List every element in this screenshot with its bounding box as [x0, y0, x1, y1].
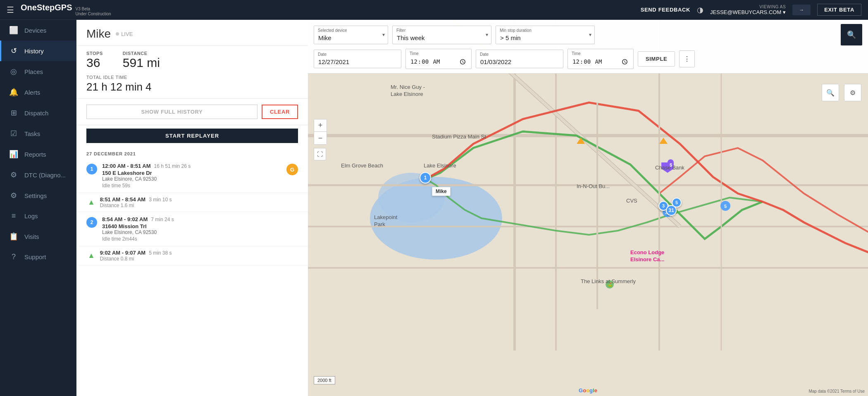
min-stop-group: Min stop duration > 5 min ▾: [496, 26, 595, 44]
sidebar-label-tasks: Tasks: [24, 130, 40, 137]
map-label-in-n-out: In-N-Out Bu...: [577, 183, 610, 189]
clear-button[interactable]: CLEAR: [262, 105, 298, 119]
map-label-elm-grove: Elm Grove Beach: [341, 162, 383, 169]
stop-idle: Idle time 59s: [102, 183, 281, 188]
stop-idle: Idle time 2m44s: [102, 236, 298, 242]
map-label-chase: Chase Bank: [655, 165, 684, 171]
sidebar-item-alerts[interactable]: 🔔 Alerts: [0, 82, 76, 103]
stop-number: 1: [86, 164, 97, 174]
date-to-input[interactable]: [476, 50, 563, 68]
stops-stat: STOPS 36: [86, 51, 103, 70]
drive-content: 8:51 AM - 8:54 AM 3 min 10 s Distance 1.…: [100, 196, 298, 208]
filter-select[interactable]: This week: [392, 26, 491, 44]
sidebar-item-visits[interactable]: 📋 Visits: [0, 226, 76, 247]
drive-duration: 3 min 10 s: [149, 197, 172, 203]
list-item[interactable]: ▲ 8:51 AM - 8:54 AM 3 min 10 s Distance …: [76, 193, 308, 212]
sidebar-item-reports[interactable]: 📊 Reports: [0, 144, 76, 165]
map-label-econo: Econo LodgeElsinore Ca...: [630, 249, 664, 263]
date-to-label: Date: [480, 52, 489, 57]
sidebar-label-places: Places: [24, 68, 43, 75]
more-options-button[interactable]: ⋮: [679, 50, 695, 67]
drive-time: 8:51 AM - 8:54 AM: [100, 196, 145, 203]
drive-time: 9:02 AM - 9:07 AM: [100, 250, 145, 256]
sidebar-item-devices[interactable]: ⬜ Devices: [0, 20, 76, 41]
map-label-lake-elsinore: Lake Elsinore: [424, 162, 456, 169]
map-scale: 2000 ft: [314, 376, 335, 384]
reports-icon: 📊: [9, 150, 19, 159]
google-logo: Google: [579, 387, 597, 394]
date-header-1: 27 DECEMBER 2021: [76, 146, 308, 159]
filter-bar: Selected device Mike ▾ Filter This week …: [308, 20, 868, 74]
logout-button[interactable]: →: [792, 5, 811, 15]
sidebar-item-dispatch[interactable]: ⊞ Dispatch: [0, 103, 76, 123]
visits-icon: 📋: [9, 232, 19, 241]
stop-duration: 7 min 24 s: [151, 217, 174, 222]
search-icon: 🔍: [847, 30, 856, 39]
date-from-group: Date: [314, 50, 401, 68]
stop-number: 2: [86, 217, 97, 228]
sidebar-label-settings: Settings: [24, 192, 47, 199]
map-settings-button[interactable]: ⚙: [844, 84, 861, 101]
menu-icon[interactable]: ☰: [7, 5, 14, 15]
filter-label: Filter: [396, 28, 405, 33]
idle-label: TOTAL IDLE TIME: [86, 75, 127, 80]
map-label-mr-nice-guy: Mr. Nice Guy -Lake Elsinore: [391, 84, 425, 98]
zoom-out-button[interactable]: −: [314, 132, 327, 144]
logo-name: OneStepGPS: [21, 3, 72, 12]
sidebar-item-tasks[interactable]: ☑ Tasks: [0, 123, 76, 144]
time-to-label: Time: [572, 51, 581, 56]
drive-content: 9:02 AM - 9:07 AM 5 min 38 s Distance 0.…: [100, 250, 298, 262]
selected-device-label: Selected device: [318, 28, 347, 33]
distance-label: DISTANCE: [123, 51, 160, 56]
selected-device-group: Selected device Mike ▾: [314, 26, 388, 44]
filter-row-2: Date Time Date Time SIMPLE: [314, 49, 862, 69]
dtc-icon: ⚙: [9, 170, 19, 179]
g-icon: G: [286, 164, 298, 175]
drive-arrow-icon: ▲: [88, 251, 95, 260]
min-stop-label: Min stop duration: [500, 28, 532, 33]
filter-search-button[interactable]: 🔍: [841, 24, 862, 45]
date-from-input[interactable]: [314, 50, 401, 68]
sidebar-item-settings[interactable]: ⚙ Settings: [0, 185, 76, 206]
send-feedback-button[interactable]: SEND FEEDBACK: [641, 7, 690, 13]
stops-label: STOPS: [86, 51, 103, 56]
zoom-in-button[interactable]: +: [314, 119, 327, 132]
tasks-icon: ☑: [9, 129, 19, 138]
show-full-history-button[interactable]: SHOW FULL HISTORY: [86, 105, 258, 119]
content-panel: Mike LIVE STOPS 36 DISTANCE 591 mi: [76, 20, 308, 396]
device-name: Mike: [86, 27, 111, 41]
viewing-as-section: VIEWING AS JESSE@WEBUYCARS.COM ▾: [710, 5, 786, 15]
places-icon: ◎: [9, 67, 19, 76]
sidebar-item-support[interactable]: ? Support: [0, 247, 76, 267]
device-header: Mike LIVE: [76, 20, 308, 46]
map-area[interactable]: 5 31 $ ⛳ Mr. Nice Guy -Lake Elsinore Sta…: [308, 20, 868, 396]
stop-content: 12:00 AM - 8:51 AM 16 h 51 min 26 s 150 …: [102, 163, 281, 188]
devices-icon: ⬜: [9, 26, 19, 35]
sidebar-item-dtc[interactable]: ⚙ DTC (Diagno...: [0, 165, 76, 185]
list-item[interactable]: 2 8:54 AM - 9:02 AM 7 min 24 s 31640 Mis…: [76, 212, 308, 246]
logs-icon: ≡: [9, 212, 19, 220]
stop-content: 8:54 AM - 9:02 AM 7 min 24 s 31640 Missi…: [102, 216, 298, 242]
stop-time: 12:00 AM - 8:51 AM: [102, 163, 151, 169]
list-item[interactable]: 1 12:00 AM - 8:51 AM 16 h 51 min 26 s 15…: [76, 159, 308, 193]
sidebar-item-places[interactable]: ◎ Places: [0, 61, 76, 82]
brightness-icon[interactable]: ◑: [697, 5, 703, 14]
viewing-user-dropdown[interactable]: JESSE@WEBUYCARS.COM ▾: [710, 9, 786, 15]
distance-value: 591 mi: [123, 56, 160, 70]
viewing-as-label: VIEWING AS: [759, 5, 786, 9]
sidebar-item-history[interactable]: ↺ History: [0, 41, 76, 61]
support-icon: ?: [9, 253, 19, 261]
svg-text:5: 5: [724, 204, 727, 209]
map-marker-label-mike: Mike: [432, 187, 451, 196]
date-to-group: Date: [476, 50, 563, 68]
idle-value: 21 h 12 min 4: [86, 81, 298, 93]
exit-beta-button[interactable]: EXIT BETA: [817, 4, 861, 16]
list-item[interactable]: ▲ 9:02 AM - 9:07 AM 5 min 38 s Distance …: [76, 246, 308, 265]
start-replayer-button[interactable]: START REPLAYER: [86, 129, 298, 143]
sidebar-item-logs[interactable]: ≡ Logs: [0, 206, 76, 226]
action-buttons: SHOW FULL HISTORY CLEAR: [76, 99, 308, 125]
map-search-button[interactable]: 🔍: [822, 84, 839, 101]
drive-duration: 5 min 38 s: [149, 250, 172, 256]
map-expand-button[interactable]: ⛶: [314, 148, 326, 160]
simple-button[interactable]: SIMPLE: [638, 51, 675, 67]
